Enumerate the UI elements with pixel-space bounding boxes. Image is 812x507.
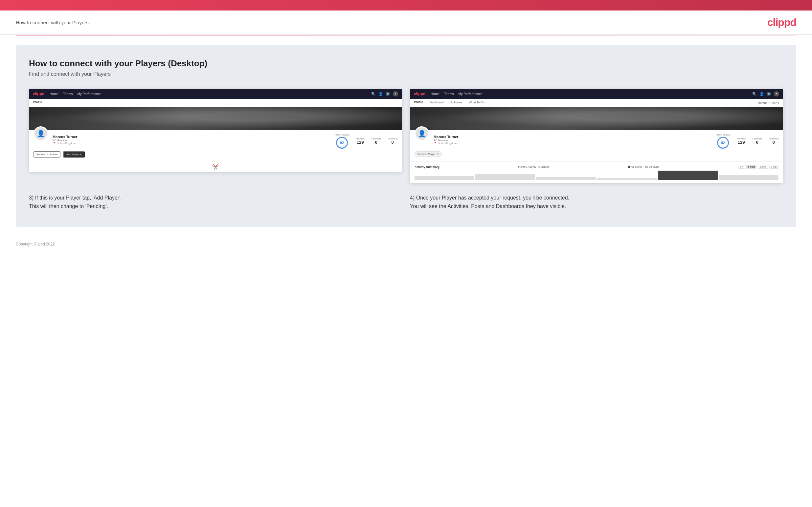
period-tab-1mth[interactable]: 1 mth	[769, 165, 778, 169]
player-location-2: 📍 United Kingdom	[434, 142, 711, 145]
user-icon-1[interactable]: 👤	[378, 92, 383, 96]
screenshot-col-1: clippd Home Teams My Performance 🔍 👤 ⚙️ …	[29, 89, 402, 183]
remove-player-icon: ✕	[437, 153, 439, 156]
nav-link-performance-1[interactable]: My Performance	[77, 92, 101, 96]
stat-activities-1: Activities 129	[356, 137, 365, 145]
nav-link-teams-2[interactable]: Teams	[444, 92, 454, 96]
legend-label-on-course: On course	[631, 166, 642, 168]
app-banner-overlay-2	[410, 107, 783, 130]
stat-activities-label-1: Activities	[356, 137, 365, 140]
stat-following-label-1: Following	[388, 137, 398, 140]
stat-followers-value-1: 0	[371, 140, 381, 145]
stat-following-1: Following 0	[388, 137, 398, 145]
player-name-1: Marcus Turner	[53, 135, 330, 139]
period-tab-6mths[interactable]: 6 mths	[746, 165, 757, 169]
header-divider	[16, 35, 796, 36]
app-profile-area-1: 👤 Marcus Turner 1-5 Handicap 📍 United Ki…	[29, 130, 402, 162]
settings-icon-2[interactable]: ⚙️	[767, 92, 771, 96]
period-tab-1yr[interactable]: 1 yr	[738, 165, 745, 169]
chart-bar-5	[658, 171, 718, 180]
app-banner-overlay-1	[29, 107, 402, 130]
caption-col-right: 4) Once your Player has accepted your re…	[410, 193, 783, 210]
chart-bar-6	[719, 175, 778, 180]
stat-following-value-2: 0	[769, 140, 778, 145]
app-activity-area-2: Activity Summary Monthly Activity · 6 Mo…	[410, 161, 783, 183]
add-player-button[interactable]: Add Player +	[63, 151, 85, 158]
chart-bar-3	[536, 177, 596, 180]
nav-avatar-2[interactable]: ▾	[774, 91, 779, 97]
nav-link-home-1[interactable]: Home	[50, 92, 58, 96]
clippd-logo: clippd	[767, 16, 796, 29]
app-navbar-1: clippd Home Teams My Performance 🔍 👤 ⚙️ …	[29, 89, 402, 99]
legend-on-course: On course	[628, 166, 642, 168]
tab-profile-1[interactable]: Profile	[33, 100, 42, 105]
request-follow-button[interactable]: Request to Follow	[34, 151, 60, 158]
app-stats-row-2: Player Quality 92 Activities 129 Followe…	[716, 133, 778, 149]
chart-bar-2	[475, 174, 535, 180]
legend-dot-on-course	[628, 166, 630, 168]
header: How to connect with your Players clippd	[0, 10, 812, 35]
tab-whattodoon-2[interactable]: What To On	[469, 101, 485, 105]
app-avatar-2: 👤	[414, 126, 429, 141]
app-nav-icons-2: 🔍 👤 ⚙️ ▾	[752, 91, 779, 97]
main-content: How to connect with your Players (Deskto…	[16, 45, 796, 227]
tab-profile-2[interactable]: Profile	[414, 100, 423, 105]
main-title: How to connect with your Players (Deskto…	[29, 58, 783, 69]
app-quality-wrap-2: Player Quality 92	[716, 133, 730, 149]
caption-left: 3) If this is your Player tap, 'Add Play…	[29, 193, 402, 210]
app-tabbar-2: Profile Dashboard Activities What To On …	[410, 99, 783, 107]
tab-dashboard-2[interactable]: Dashboard	[429, 101, 444, 105]
stat-activities-label-2: Activities	[737, 137, 746, 140]
stat-followers-label-2: Followers	[752, 137, 762, 140]
app-screen-1: clippd Home Teams My Performance 🔍 👤 ⚙️ …	[29, 89, 402, 172]
period-tab-3mths[interactable]: 3 mths	[758, 165, 768, 169]
app-profile-info-2: Marcus Turner 1-5 Handicap 📍 United King…	[434, 133, 711, 145]
captions-row: 3) If this is your Player tap, 'Add Play…	[29, 193, 783, 210]
app-logo-1: clippd	[33, 92, 44, 96]
nav-avatar-1[interactable]: ▾	[393, 91, 398, 97]
stat-followers-2: Followers 0	[752, 137, 762, 145]
quality-circle-1: 92	[336, 137, 348, 149]
app-quality-wrap-1: Player Quality 92	[335, 133, 349, 149]
player-handicap-2: 1-5 Handicap	[434, 139, 711, 142]
app-activity-header-2: Activity Summary Monthly Activity · 6 Mo…	[414, 165, 778, 169]
app-profile-row-2: 👤 Marcus Turner 1-5 Handicap 📍 United Ki…	[414, 133, 778, 149]
remove-player-button[interactable]: Remove Player ✕	[414, 151, 442, 157]
app-buttons-1: Request to Follow Add Player +	[34, 151, 398, 158]
app-buttons-2: Remove Player ✕	[414, 151, 778, 157]
stat-following-label-2: Following	[769, 137, 778, 140]
user-icon-2[interactable]: 👤	[759, 92, 764, 96]
stat-followers-label-1: Followers	[371, 137, 381, 140]
quality-label-2: Player Quality	[716, 133, 730, 136]
remove-player-label: Remove Player	[417, 153, 436, 156]
legend-off-course: Off course	[645, 166, 659, 168]
stat-following-value-1: 0	[388, 140, 398, 145]
stat-followers-1: Followers 0	[371, 137, 381, 145]
settings-icon-1[interactable]: ⚙️	[386, 92, 390, 96]
main-subtitle: Find and connect with your Players	[29, 71, 783, 77]
search-icon-2[interactable]: 🔍	[752, 92, 757, 96]
player-name-2: Marcus Turner	[434, 135, 711, 139]
tab-activities-2[interactable]: Activities	[451, 101, 462, 105]
app-chart-area-2	[414, 171, 778, 180]
stat-activities-2: Activities 129	[737, 137, 746, 145]
app-navbar-2: clippd Home Teams My Performance 🔍 👤 ⚙️ …	[410, 89, 783, 99]
link-icon-1: ✂️	[212, 164, 219, 170]
app-profile-area-2: 👤 Marcus Turner 1-5 Handicap 📍 United Ki…	[410, 130, 783, 161]
activity-period-2: Monthly Activity · 6 Months	[518, 165, 549, 168]
app-screen-2: clippd Home Teams My Performance 🔍 👤 ⚙️ …	[410, 89, 783, 183]
app-profile-row-1: 👤 Marcus Turner 1-5 Handicap 📍 United Ki…	[34, 133, 398, 149]
caption-col-left: 3) If this is your Player tap, 'Add Play…	[29, 193, 402, 210]
stat-following-2: Following 0	[769, 137, 778, 145]
tab-right-user-2[interactable]: Marcus Turner ▾	[757, 101, 779, 105]
nav-link-teams-1[interactable]: Teams	[63, 92, 72, 96]
app-period-tabs-2: 1 yr 6 mths 3 mths 1 mth	[738, 165, 778, 169]
search-icon-1[interactable]: 🔍	[371, 92, 376, 96]
app-nav-links-2: Home Teams My Performance	[430, 92, 752, 96]
stat-activities-value-2: 129	[737, 140, 746, 145]
chart-bar-1	[414, 176, 474, 180]
quality-circle-2: 92	[717, 137, 729, 149]
nav-link-performance-2[interactable]: My Performance	[458, 92, 482, 96]
nav-link-home-2[interactable]: Home	[430, 92, 440, 96]
avatar-icon-1: 👤	[37, 130, 45, 137]
